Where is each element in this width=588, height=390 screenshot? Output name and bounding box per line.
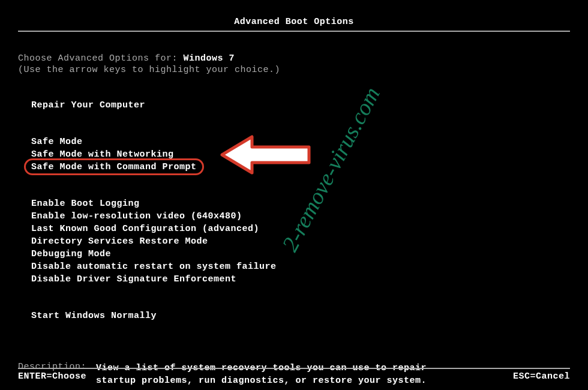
choose-line: Choose Advanced Options for: Windows 7 [18, 53, 570, 64]
menu-item-safe-mode-networking[interactable]: Safe Mode with Networking [31, 148, 570, 161]
menu-group-repair: Repair Your Computer [31, 99, 570, 112]
menu-item-start-windows-normally[interactable]: Start Windows Normally [31, 310, 570, 322]
title-divider [18, 31, 570, 32]
boot-menu: Repair Your Computer Safe Mode Safe Mode… [18, 99, 570, 322]
menu-item-safe-mode[interactable]: Safe Mode [31, 136, 570, 148]
menu-group-advanced: Enable Boot Logging Enable low-resolutio… [31, 197, 570, 286]
arrow-keys-hint: (Use the arrow keys to highlight your ch… [18, 65, 570, 75]
choose-prefix: Choose Advanced Options for: [18, 53, 184, 64]
page-title: Advanced Boot Options [18, 17, 570, 31]
menu-item-disable-auto-restart[interactable]: Disable automatic restart on system fail… [31, 260, 570, 273]
menu-item-repair-your-computer[interactable]: Repair Your Computer [31, 99, 570, 112]
boot-options-screen: Advanced Boot Options Choose Advanced Op… [0, 0, 588, 390]
os-name: Windows 7 [184, 53, 235, 64]
footer-enter-hint: ENTER=Choose [18, 371, 86, 382]
menu-item-directory-services-restore[interactable]: Directory Services Restore Mode [31, 235, 570, 248]
footer-esc-hint: ESC=Cancel [513, 371, 570, 382]
footer-divider [18, 368, 570, 369]
menu-item-last-known-good-config[interactable]: Last Known Good Configuration (advanced) [31, 223, 570, 235]
menu-item-safe-mode-command-prompt[interactable]: Safe Mode with Command Prompt [31, 161, 197, 173]
menu-item-disable-driver-signature[interactable]: Disable Driver Signature Enforcement [31, 273, 570, 286]
menu-item-enable-boot-logging[interactable]: Enable Boot Logging [31, 197, 570, 210]
menu-item-low-resolution-video[interactable]: Enable low-resolution video (640x480) [31, 210, 570, 223]
footer: ENTER=Choose ESC=Cancel [18, 368, 570, 382]
menu-group-safe-mode: Safe Mode Safe Mode with Networking Safe… [31, 136, 570, 173]
menu-group-normal: Start Windows Normally [31, 310, 570, 322]
menu-item-debugging-mode[interactable]: Debugging Mode [31, 248, 570, 260]
